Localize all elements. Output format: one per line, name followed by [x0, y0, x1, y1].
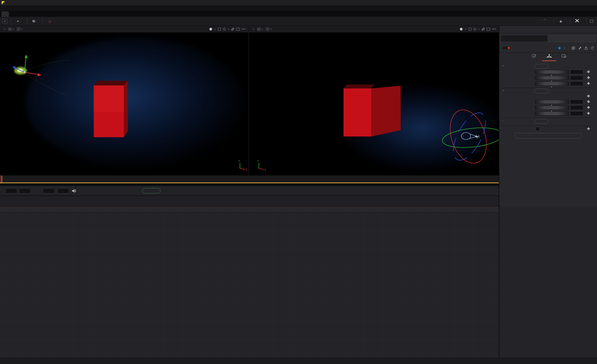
reset-icon[interactable]	[591, 47, 594, 50]
node-layer	[0, 213, 499, 358]
translation-z-slider[interactable]	[535, 82, 569, 86]
svg-text:X: X	[264, 169, 266, 171]
rotation-y-value[interactable]	[570, 105, 583, 110]
playhead-marker[interactable]	[0, 175, 1, 183]
keyframe-icon[interactable]	[587, 82, 590, 85]
tile-color-icon[interactable]	[558, 47, 561, 49]
rotation-x-value[interactable]	[570, 100, 583, 104]
fusion-logo-icon	[1, 1, 5, 4]
lock-icon[interactable]	[585, 47, 588, 50]
status-bar	[0, 358, 597, 364]
nodes-panel-header	[0, 206, 499, 213]
layers-icon[interactable]	[218, 28, 221, 31]
rotation-order-row	[499, 95, 597, 98]
right-viewport-zoom-select[interactable]: ∨	[252, 28, 254, 30]
right-bottom-panel	[499, 206, 597, 358]
rotation-z-value[interactable]	[570, 111, 583, 116]
render-start-field[interactable]	[19, 188, 31, 193]
translation-z-value[interactable]	[570, 81, 583, 86]
keyframe-icon[interactable]	[587, 70, 590, 73]
keyframe-icon[interactable]	[587, 76, 590, 79]
translation-y-slider[interactable]	[535, 76, 569, 80]
global-end-field[interactable]	[58, 188, 69, 193]
keyframes-icon: ◆	[559, 19, 562, 23]
rotation-z-slider[interactable]	[535, 111, 569, 116]
subtab-settings[interactable]	[557, 54, 572, 59]
wireframe-icon[interactable]	[223, 28, 226, 31]
keyframes-button[interactable]: ◆	[557, 18, 566, 24]
tab-tools[interactable]	[501, 35, 548, 42]
left-viewport-scene: Y X	[0, 33, 248, 175]
translation-x-slider[interactable]	[535, 70, 569, 74]
spline-button[interactable]: ⌒	[541, 18, 550, 24]
toolbar-collapse-icon[interactable]: ∨	[2, 19, 8, 24]
left-viewport-zoom-select[interactable]: ∨	[3, 28, 5, 30]
keyframe-icon[interactable]	[587, 100, 590, 103]
composition-tab[interactable]	[1, 11, 9, 17]
effects-button[interactable]: ✦	[14, 18, 24, 24]
warning-icon: ⚠	[48, 19, 51, 23]
nodes-button[interactable]: ⧉	[30, 18, 39, 24]
keyframe-icon[interactable]	[587, 112, 590, 115]
left-3d-viewport[interactable]: Y X	[0, 33, 248, 175]
console-button[interactable]: ⚠	[46, 18, 55, 24]
wireframe-icon[interactable]	[473, 28, 476, 31]
translation-x-value[interactable]	[570, 70, 583, 74]
subtab-transform[interactable]	[542, 54, 557, 61]
translation-section-header[interactable]: ∨	[503, 64, 507, 67]
controls-icon	[532, 54, 537, 58]
pivot-section-header[interactable]: ›	[503, 119, 506, 122]
menu-bar	[0, 5, 597, 11]
render-button[interactable]	[142, 188, 160, 193]
tab-bar	[0, 11, 597, 17]
rotation-z-row	[499, 111, 597, 116]
tool-palette	[0, 196, 499, 206]
translation-pick-button[interactable]	[534, 64, 549, 69]
viewport-options-icon[interactable]: •••	[492, 28, 496, 31]
settings-icon	[562, 54, 567, 58]
svg-text:Y: Y	[257, 160, 259, 162]
node-graph-canvas[interactable]	[0, 213, 499, 358]
keyframe-icon[interactable]	[587, 106, 590, 109]
pivot-pick-button[interactable]	[534, 119, 549, 124]
viewport-options-icon[interactable]: •••	[242, 28, 246, 31]
keyframe-icon[interactable]	[587, 127, 590, 130]
translation-y-value[interactable]	[570, 76, 583, 80]
right-viewport-subview-select[interactable]: ▪∨	[266, 28, 272, 31]
node-enable-toggle[interactable]	[502, 46, 511, 50]
left-viewport-subview-select[interactable]: ▪∨	[17, 28, 23, 31]
guides-icon[interactable]	[236, 28, 239, 31]
tab-modifiers[interactable]	[548, 35, 596, 42]
time-ruler[interactable]	[0, 175, 499, 183]
layers-icon[interactable]	[469, 28, 471, 31]
panel-layout-icon[interactable]	[590, 20, 593, 23]
subtab-controls[interactable]	[527, 54, 542, 59]
global-start-field[interactable]	[5, 188, 17, 193]
audio-icon[interactable]	[71, 189, 76, 193]
guides-icon[interactable]	[487, 28, 490, 31]
right-viewport-header: ∨ A∨ ▪∨ ∨ ∨ •••	[249, 26, 499, 33]
use-target-checkbox[interactable]	[536, 127, 540, 131]
inspector-button[interactable]	[573, 18, 583, 24]
chevron-down-icon[interactable]: ∨	[564, 47, 565, 49]
tools-crossed-icon	[575, 19, 579, 23]
right-viewport-channel-select[interactable]: A∨	[257, 28, 263, 31]
pin-icon[interactable]	[578, 47, 581, 50]
rotation-y-slider[interactable]	[535, 106, 569, 110]
rotation-x-slider[interactable]	[535, 100, 569, 104]
checker-icon[interactable]	[482, 28, 485, 31]
rotation-section-header[interactable]: ∨	[503, 89, 507, 91]
copy-icon[interactable]	[572, 47, 575, 50]
left-viewport-channel-select[interactable]: A∨	[8, 28, 14, 31]
right-3d-viewport[interactable]: Y X	[249, 33, 499, 175]
lighting-icon[interactable]	[209, 28, 212, 31]
rotation-pick-button[interactable]	[534, 89, 549, 93]
spline-icon: ⌒	[543, 19, 546, 23]
lighting-icon[interactable]	[460, 28, 463, 31]
keyframe-icon[interactable]	[587, 95, 590, 97]
import-transform-button[interactable]	[514, 133, 582, 138]
current-frame-marker[interactable]	[2, 175, 2, 183]
render-end-field[interactable]	[43, 188, 55, 193]
render-range-bar[interactable]	[0, 182, 499, 183]
checker-icon[interactable]	[231, 28, 234, 31]
